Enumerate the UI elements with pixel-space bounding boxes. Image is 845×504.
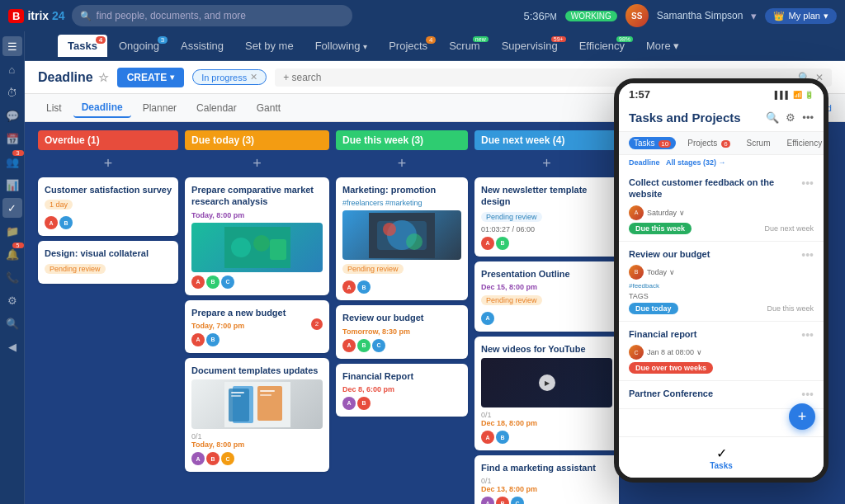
avatar: C [221,276,234,289]
mobile-item-2[interactable]: Review our budget ••• B Today ∨ #feedbac… [619,242,824,322]
sidebar-icon-menu[interactable]: ☰ [2,36,22,56]
add-this-week[interactable]: + [336,155,468,172]
card-time: Dec 8, 6:00 pm [342,385,461,393]
sidebar-icon-calendar[interactable]: 📅 [2,129,22,148]
sidebar-icon-collapse[interactable]: ◀ [2,337,22,356]
sidebar-icon-settings[interactable]: ⚙ [2,290,22,310]
mobile-item-4[interactable]: Partner Conference ••• [619,381,824,409]
card-doc-templates[interactable]: Document templates updates 0/1 Today, 8:… [185,358,329,472]
mobile-tab-bar: Tasks 10 Projects 6 Scrum Efficiency [619,132,824,155]
search-icon[interactable]: 🔍 [766,111,779,124]
item-more-icon[interactable]: ••• [801,328,814,341]
search-input[interactable] [97,10,344,21]
card-time: Dec 13, 8:00 pm [481,485,612,493]
avatar: A [342,339,356,352]
avatar: C [372,339,385,352]
global-search[interactable]: 🔍 [72,5,352,26]
view-tab-gantt[interactable]: Gantt [248,99,289,117]
more-icon[interactable]: ••• [802,111,814,124]
mobile-tab-scrum[interactable]: Scrum [742,137,776,149]
tab-following[interactable]: Following ▾ [305,35,378,57]
col-header-overdue: Overdue (1) [38,130,178,150]
card-time: Tomorrow, 8:30 pm [342,327,461,336]
status-remove-icon[interactable]: ✕ [250,72,257,82]
create-button[interactable]: CREATE ▾ [117,68,184,87]
mobile-tab-efficiency[interactable]: Efficiency [782,137,824,149]
sidebar-icon-timer[interactable]: ⏱ [2,82,22,102]
avatar: B [496,497,509,504]
mobile-system-icons: ▌▌▌ 📶 🔋 [775,91,814,99]
tab-projects[interactable]: Projects4 [379,35,437,57]
mobile-tab-tasks[interactable]: Tasks 10 [629,137,676,149]
card-customer-survey[interactable]: Customer satisfaction survey 1 day A B [38,177,178,236]
card-presentation-outline[interactable]: Presentation Outline Dec 15, 8:00 pm Pen… [474,261,619,332]
sidebar-icon-search[interactable]: 🔍 [2,313,22,333]
fab-button[interactable]: + [789,403,815,430]
card-marketing-promo[interactable]: Marketing: promotion #freelancers #marke… [336,177,468,300]
sidebar-icon-phone[interactable]: 📞 [2,267,22,287]
tab-set-by-me[interactable]: Set by me [235,35,304,57]
card-market-research[interactable]: Prepare comparative market research anal… [185,177,329,295]
play-icon: ▶ [539,374,555,391]
item-more-icon[interactable]: ••• [801,248,814,261]
add-next-week[interactable]: + [474,155,619,172]
sidebar-icon-chart[interactable]: 📊 [2,175,22,195]
tab-more[interactable]: More ▾ [636,35,689,57]
tab-efficiency[interactable]: Efficiency98% [569,35,635,57]
card-tag: 1 day [45,200,73,210]
badge: 2 [311,318,323,330]
tab-supervising[interactable]: Supervising59+ [492,35,568,57]
tab-assisting[interactable]: Assisting [171,35,234,57]
view-tab-planner[interactable]: Planner [135,99,185,117]
wifi-icon: 📶 [793,91,802,99]
item-more-icon[interactable]: ••• [801,388,814,401]
tab-bar: Tasks4 Ongoing3 Assisting Set by me Foll… [25,31,845,61]
card-youtube-videos[interactable]: New videos for YouTube ▶ 0/1 Dec 18, 8:0… [474,337,619,450]
app-name: itrix 24 [27,9,64,22]
column-due-next-week: Due next week (4) + New newsletter templ… [474,130,619,496]
card-newsletter-template[interactable]: New newsletter template design Pending r… [474,177,619,257]
sidebar-icon-home[interactable]: ⌂ [2,59,22,79]
favorite-icon[interactable]: ☆ [98,71,109,84]
sidebar-icon-users[interactable]: 👥 [2,152,22,172]
view-tab-list[interactable]: List [38,99,70,117]
tasks-nav-label[interactable]: Tasks [710,461,733,470]
view-tab-calendar[interactable]: Calendar [188,99,245,117]
item-date: Today ∨ [647,268,675,276]
col-header-today: Due today (3) [185,130,329,150]
card-visual-collateral[interactable]: Design: visual collateral Pending review [38,241,178,283]
mobile-tab-projects[interactable]: Projects 6 [682,137,734,149]
sidebar-icon-folder[interactable]: 📁 [2,221,22,241]
tab-ongoing[interactable]: Ongoing3 [109,35,169,57]
avatar: A [191,333,205,346]
avatar: A [481,237,494,250]
settings-icon[interactable]: ⚙ [786,111,795,124]
card-review-budget[interactable]: Review our budget Tomorrow, 8:30 pm A B … [336,305,468,358]
card-hashtags: #freelancers #marketing [342,199,461,207]
my-plan-button[interactable]: 👑 My plan ▾ [765,8,837,24]
item-more-icon[interactable]: ••• [801,177,814,190]
mobile-item-3[interactable]: Financial report ••• C Jan 8 at 08:00 ∨ … [619,322,824,381]
card-time: 01:03:27 / 06:00 [481,225,612,233]
card-marketing-assistant[interactable]: Find a marketing assistant 0/1 Dec 13, 8… [474,455,619,504]
add-overdue[interactable]: + [38,155,178,172]
svg-point-15 [383,223,396,236]
svg-rect-7 [231,392,244,393]
card-tag: Pending review [342,264,404,274]
status-filter[interactable]: In progress ✕ [192,69,267,85]
card-new-budget[interactable]: Prepare a new budget Today, 7:00 pm 2 A … [185,300,329,353]
mobile-item-1[interactable]: Collect customer feedback on the website… [619,170,824,242]
next-badge: Due this week [767,304,814,313]
tab-tasks[interactable]: Tasks4 [58,35,107,57]
sidebar-icon-chat[interactable]: 💬 [2,106,22,125]
add-today[interactable]: + [185,155,329,172]
avatar: A [191,452,205,465]
mobile-time: 1:57 [629,88,650,101]
avatar: B [206,452,220,465]
sidebar-icon-tasks[interactable]: ✓ [2,198,22,218]
card-financial-report[interactable]: Financial Report Dec 8, 6:00 pm A B [336,364,468,417]
view-tab-deadline[interactable]: Deadline [73,98,131,118]
sidebar-icon-notifications[interactable]: 🔔 [2,244,22,264]
card-image [191,223,323,272]
tab-scrum[interactable]: Scrumnew [439,35,490,57]
